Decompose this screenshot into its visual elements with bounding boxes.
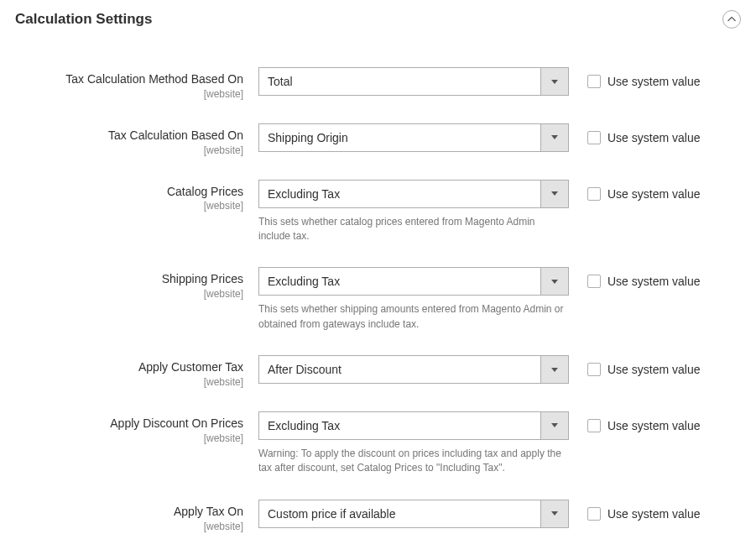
use-system-label[interactable]: Use system value [607,75,700,88]
use-system-checkbox[interactable] [587,507,601,521]
use-system-checkbox[interactable] [587,363,601,376]
select-value: Excluding Tax [258,411,569,440]
use-system-label[interactable]: Use system value [607,363,700,376]
section-title: Calculation Settings [15,11,152,28]
collapse-toggle[interactable] [722,10,741,29]
helper-text: This sets whether catalog prices entered… [258,215,569,244]
chevron-up-icon [727,17,736,22]
label-col: Tax Calculation Based On [website] [15,123,258,156]
discount-select[interactable]: Excluding Tax [258,411,569,440]
field-label: Apply Customer Tax [15,360,243,374]
use-system-label[interactable]: Use system value [607,275,700,288]
section-header: Calculation Settings [15,10,741,42]
use-system-checkbox[interactable] [587,275,601,288]
label-col: Catalog Prices [website] [15,180,258,212]
row-based-on: Tax Calculation Based On [website] Shipp… [15,123,741,156]
label-col: Tax Calculation Method Based On [website… [15,67,258,100]
helper-text: Warning: To apply the discount on prices… [258,447,569,476]
use-system-checkbox[interactable] [587,131,601,144]
row-tax-on: Apply Tax On [website] Custom price if a… [15,500,741,532]
customer-tax-select[interactable]: After Discount [258,355,569,384]
control-col: Custom price if available [258,500,569,528]
label-col: Apply Customer Tax [website] [15,355,258,388]
use-system-col: Use system value [569,123,700,152]
use-system-col: Use system value [569,267,700,296]
use-system-checkbox[interactable] [587,187,601,201]
row-shipping: Shipping Prices [website] Excluding Tax … [15,267,741,332]
use-system-col: Use system value [569,500,700,528]
shipping-select[interactable]: Excluding Tax [258,267,569,296]
field-label: Apply Discount On Prices [15,416,243,431]
scope-label: [website] [15,88,243,100]
tax-on-select[interactable]: Custom price if available [258,500,569,528]
select-value: Shipping Origin [258,123,569,152]
field-label: Apply Tax On [15,505,243,519]
control-col: Excluding Tax This sets whether catalog … [258,180,569,244]
field-label: Shipping Prices [15,272,243,286]
label-col: Shipping Prices [website] [15,267,258,300]
control-col: After Discount [258,355,569,384]
use-system-col: Use system value [569,355,700,384]
scope-label: [website] [15,521,243,532]
use-system-label[interactable]: Use system value [607,131,700,144]
calculation-settings-fieldset: Tax Calculation Method Based On [website… [15,42,741,555]
use-system-label[interactable]: Use system value [607,419,700,432]
select-value: Excluding Tax [258,180,569,208]
scope-label: [website] [15,376,243,388]
row-discount: Apply Discount On Prices [website] Exclu… [15,411,741,476]
field-label: Catalog Prices [15,185,243,199]
use-system-checkbox[interactable] [587,419,601,432]
method-select[interactable]: Total [258,67,569,96]
use-system-col: Use system value [569,180,700,208]
scope-label: [website] [15,288,243,300]
control-col: Shipping Origin [258,123,569,152]
catalog-select[interactable]: Excluding Tax [258,180,569,208]
row-method: Tax Calculation Method Based On [website… [15,67,741,100]
scope-label: [website] [15,432,243,444]
helper-text: This sets whether shipping amounts enter… [258,302,569,332]
control-col: Excluding Tax This sets whether shipping… [258,267,569,332]
field-label: Tax Calculation Method Based On [15,72,243,86]
control-col: Excluding Tax Warning: To apply the disc… [258,411,569,476]
row-catalog: Catalog Prices [website] Excluding Tax T… [15,180,741,244]
scope-label: [website] [15,200,243,212]
use-system-col: Use system value [569,411,700,440]
select-value: Custom price if available [258,500,569,528]
use-system-label[interactable]: Use system value [607,507,700,521]
scope-label: [website] [15,144,243,156]
use-system-label[interactable]: Use system value [607,187,700,201]
control-col: Total [258,67,569,96]
select-value: Total [258,67,569,96]
row-customer-tax: Apply Customer Tax [website] After Disco… [15,355,741,388]
label-col: Apply Discount On Prices [website] [15,411,258,444]
use-system-checkbox[interactable] [587,75,601,88]
field-label: Tax Calculation Based On [15,128,243,143]
use-system-col: Use system value [569,67,700,96]
select-value: After Discount [258,355,569,384]
based-on-select[interactable]: Shipping Origin [258,123,569,152]
label-col: Apply Tax On [website] [15,500,258,532]
select-value: Excluding Tax [258,267,569,296]
